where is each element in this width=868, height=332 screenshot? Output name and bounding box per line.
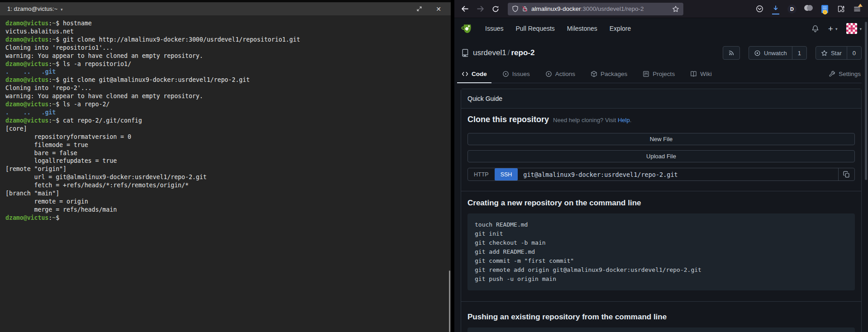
plus-icon: + xyxy=(828,24,833,33)
terminal-line: remote = origin xyxy=(5,198,451,206)
nav-explore[interactable]: Explore xyxy=(610,25,631,32)
maximize-button[interactable] xyxy=(414,4,424,14)
book-icon xyxy=(690,71,697,77)
star-icon xyxy=(821,50,828,57)
forward-icon xyxy=(477,5,484,13)
nav-milestones[interactable]: Milestones xyxy=(567,25,597,32)
help-link[interactable]: Help xyxy=(618,117,630,123)
insecure-lock-icon[interactable] xyxy=(522,5,528,12)
unwatch-label: Unwatch xyxy=(764,50,787,57)
containers-extension-button[interactable] xyxy=(801,2,816,16)
upload-file-button[interactable]: Upload File xyxy=(467,150,855,162)
downloads-button[interactable] xyxy=(768,2,783,16)
issue-icon xyxy=(502,71,509,77)
clone-url-bar: HTTP SSH git@almalinux9-docker:usrdevel1… xyxy=(467,168,855,181)
tab-label: Actions xyxy=(555,71,575,77)
terminal-line: [remote "origin"] xyxy=(5,165,451,173)
tab-label: Issues xyxy=(512,71,530,77)
nav-issues[interactable]: Issues xyxy=(485,25,503,32)
tracking-protection-shield-icon[interactable] xyxy=(512,5,519,12)
tab-wiki[interactable]: Wiki xyxy=(689,65,713,83)
back-button[interactable] xyxy=(458,2,472,16)
terminal-line: url = git@almalinux9-docker:usrdevel1/re… xyxy=(5,173,451,181)
tab-label: Packages xyxy=(601,71,627,77)
menu-notification-icon xyxy=(858,4,863,7)
reload-icon xyxy=(492,5,499,13)
menu-button[interactable] xyxy=(850,2,864,16)
tab-code[interactable]: Code xyxy=(461,65,488,83)
terminal-line: victus.balaitus.net xyxy=(5,28,451,36)
tab-projects[interactable]: Projects xyxy=(642,65,676,83)
unwatch-button[interactable]: Unwatch xyxy=(749,47,792,59)
reload-button[interactable] xyxy=(489,2,502,16)
repo-owner[interactable]: usrdevel1 xyxy=(473,48,506,57)
creating-repo-code-block: touch README.md git init git checkout -b… xyxy=(467,213,855,290)
tab-label: Settings xyxy=(839,71,861,77)
user-menu-dropdown[interactable]: ▾ xyxy=(846,23,862,34)
project-board-icon xyxy=(643,71,649,77)
nav-pull-requests[interactable]: Pull Requests xyxy=(515,25,554,32)
rss-icon xyxy=(728,50,734,56)
clone-url-input[interactable]: git@almalinux9-docker:usrdevel1/repo-2.g… xyxy=(518,168,838,180)
repo-breadcrumb: usrdevel1/repo-2 xyxy=(473,48,534,57)
terminal-line: [branch "main"] xyxy=(5,190,451,198)
forward-button[interactable] xyxy=(473,2,487,16)
document-download-icon: ↓ xyxy=(821,5,828,13)
stars-count[interactable]: 0 xyxy=(847,47,861,59)
extensions-button[interactable] xyxy=(834,2,848,16)
star-button[interactable]: Star xyxy=(816,47,847,59)
download-icon xyxy=(772,4,779,14)
terminal-titlebar: 1: dzamo@victus:~ ▾ ✕ xyxy=(0,0,451,15)
terminal-line: [core] xyxy=(5,125,451,133)
gitea-page: Issues Pull Requests Milestones Explore … xyxy=(454,18,868,332)
terminal-scrollbar-thumb[interactable] xyxy=(449,270,450,332)
copy-icon xyxy=(843,171,850,178)
tools-icon xyxy=(829,71,835,77)
terminal-line: dzamo@victus:~$ cat repo-2/.git/config xyxy=(5,117,451,125)
pushing-repo-code-block xyxy=(467,327,855,332)
close-icon: ✕ xyxy=(436,5,441,13)
new-file-button[interactable]: New File xyxy=(467,133,855,145)
tab-issues[interactable]: Issues xyxy=(501,65,531,83)
notifications-bell-button[interactable] xyxy=(811,25,819,33)
gitea-logo[interactable] xyxy=(461,23,473,35)
create-new-dropdown[interactable]: + ▾ xyxy=(828,24,838,33)
url-host: almalinux9-docker xyxy=(531,5,581,12)
pocket-button[interactable] xyxy=(752,2,767,16)
code-icon xyxy=(462,71,468,77)
duckduckgo-extension-button[interactable]: D xyxy=(785,2,799,16)
terminal-line: dzamo@victus:~$ ls -a repo-2/ xyxy=(5,100,451,109)
chevron-down-icon: ▾ xyxy=(859,26,862,31)
copy-url-button[interactable] xyxy=(838,168,854,180)
tab-settings[interactable]: Settings xyxy=(828,65,862,83)
watchers-count[interactable]: 1 xyxy=(792,47,806,59)
address-bar[interactable]: almalinux9-docker:3000/usrdevel1/repo-2 xyxy=(508,3,683,15)
video-download-extension-button[interactable]: ↓ xyxy=(817,2,832,16)
tab-actions[interactable]: Actions xyxy=(544,65,576,83)
terminal-line: . .. .git xyxy=(5,68,451,76)
terminal-line: dzamo@victus:~$ ls -a repositorio1/ xyxy=(5,60,451,68)
terminal-title-dropdown-icon[interactable]: ▾ xyxy=(61,6,63,12)
duckduckgo-icon: D xyxy=(787,5,796,14)
package-icon xyxy=(591,71,597,77)
tab-packages[interactable]: Packages xyxy=(590,65,628,83)
clone-section: Clone this repository Need help cloning?… xyxy=(461,109,861,191)
terminal-line: fetch = +refs/heads/*:refs/remotes/origi… xyxy=(5,181,451,190)
clone-help-text: Need help cloning? Visit Help. xyxy=(553,117,631,123)
terminal-line: dzamo@victus:~$ xyxy=(5,214,451,222)
url-text[interactable]: almalinux9-docker:3000/usrdevel1/repo-2 xyxy=(531,5,669,12)
ssh-toggle[interactable]: SSH xyxy=(495,168,518,180)
url-path: :3000/usrdevel1/repo-2 xyxy=(581,5,644,12)
terminal-output: dzamo@victus:~$ hostnamevictus.balaitus.… xyxy=(0,15,451,222)
play-circle-icon xyxy=(545,71,552,77)
bookmark-star-icon[interactable] xyxy=(672,5,679,13)
close-button[interactable]: ✕ xyxy=(434,4,444,14)
star-button-group: Star 0 xyxy=(816,46,862,60)
repo-name[interactable]: repo-2 xyxy=(511,48,534,57)
tab-label: Projects xyxy=(653,71,675,77)
page-scrollbar-thumb[interactable] xyxy=(865,22,867,180)
http-toggle[interactable]: HTTP xyxy=(468,168,495,180)
bell-icon xyxy=(811,25,819,33)
rss-feed-button[interactable] xyxy=(723,46,740,60)
terminal-line: dzamo@victus:~$ git clone git@almalinux9… xyxy=(5,76,451,84)
